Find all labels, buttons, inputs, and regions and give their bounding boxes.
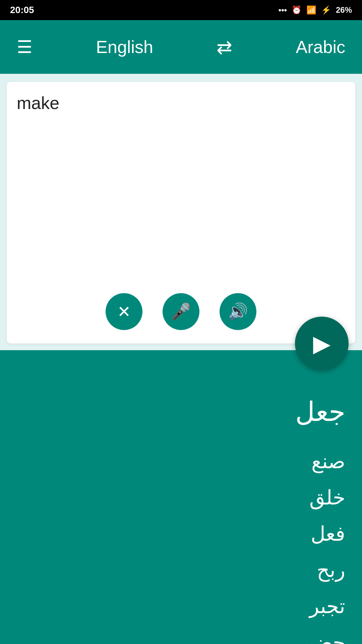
main-content: make جعل صنع خلق فعل ربح تجبر حضر ⧉ bbox=[0, 74, 362, 644]
sim-icon: 📶 bbox=[306, 5, 316, 15]
menu-icon bbox=[17, 37, 33, 57]
speak-input-button[interactable] bbox=[220, 293, 256, 330]
close-icon bbox=[117, 302, 131, 321]
volume-icon bbox=[228, 302, 248, 321]
swap-languages-button[interactable] bbox=[217, 36, 232, 58]
status-time: 20:05 bbox=[10, 5, 34, 15]
swap-icon bbox=[217, 37, 232, 58]
play-icon bbox=[313, 330, 330, 357]
battery-icon: ⚡ bbox=[321, 5, 331, 15]
mic-icon bbox=[171, 302, 191, 321]
input-actions bbox=[17, 293, 345, 333]
source-language[interactable]: English bbox=[96, 37, 153, 57]
source-text-input[interactable]: make bbox=[17, 92, 345, 286]
translate-button[interactable] bbox=[295, 317, 349, 370]
alt-translations: صنع خلق فعل ربح تجبر حضر bbox=[17, 443, 345, 644]
toolbar: English Arabic bbox=[0, 20, 362, 74]
microphone-button[interactable] bbox=[163, 293, 199, 330]
alarm-icon: ⏰ bbox=[292, 5, 302, 15]
status-bar: 20:05 ••• ⏰ 📶 ⚡ 26% bbox=[0, 0, 362, 20]
menu-button[interactable] bbox=[17, 37, 33, 57]
dots-icon: ••• bbox=[279, 5, 287, 15]
status-icons: ••• ⏰ 📶 ⚡ 26% bbox=[279, 5, 352, 15]
input-panel: make bbox=[7, 82, 355, 343]
translation-output: جعل صنع خلق فعل ربح تجبر حضر bbox=[17, 364, 345, 644]
battery-percent: 26% bbox=[336, 5, 352, 15]
main-translation: جعل bbox=[17, 390, 345, 433]
clear-button[interactable] bbox=[106, 293, 142, 330]
target-language[interactable]: Arabic bbox=[296, 37, 345, 57]
output-panel: جعل صنع خلق فعل ربح تجبر حضر ⧉ bbox=[0, 350, 362, 644]
